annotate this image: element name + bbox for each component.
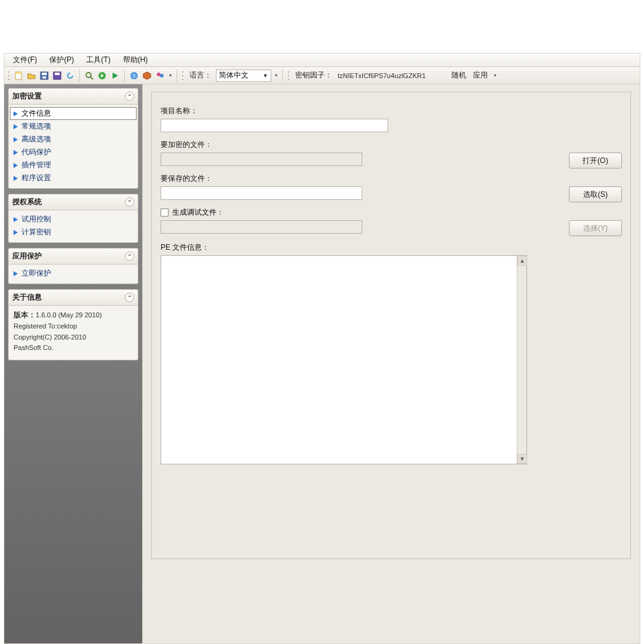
new-icon[interactable] (13, 70, 24, 81)
sidebar-item-advanced[interactable]: 高级选项 (10, 133, 137, 146)
project-name-label: 项目名称： (161, 106, 622, 116)
svg-rect-4 (42, 76, 46, 79)
toolbar-grip (181, 70, 184, 81)
encrypt-file-label: 要加密的文件： (161, 140, 622, 150)
panel-title: 关于信息 (12, 292, 42, 303)
menu-tools[interactable]: 工具(T) (80, 54, 116, 66)
sidebar-item-plugins[interactable]: 插件管理 (10, 159, 137, 172)
nav-label: 试用控制 (22, 214, 51, 225)
apply-button[interactable]: 应用 (471, 70, 490, 81)
save-icon[interactable] (39, 70, 50, 81)
registered-text: Registered To:cektop (14, 321, 133, 332)
toolbar-overflow[interactable]: ▾ (492, 70, 498, 81)
play-icon[interactable] (97, 70, 108, 81)
sidebar-item-codeprotect[interactable]: 代码保护 (10, 146, 137, 159)
open-button[interactable]: 打开(O) (569, 153, 622, 169)
scroll-up-icon[interactable]: ▲ (517, 256, 527, 266)
globe-icon[interactable] (129, 70, 140, 81)
triangle-icon (14, 230, 18, 235)
toolbar-overflow[interactable]: ▾ (273, 70, 279, 81)
triangle-icon (14, 137, 18, 142)
version-value: 1.6.0.0 (May 29 2010) (36, 311, 102, 319)
nav-label: 代码保护 (22, 147, 51, 157)
svg-line-8 (90, 77, 93, 79)
users-icon[interactable] (154, 70, 165, 81)
gen-debug-label: 生成调试文件： (172, 207, 224, 218)
copyright-text: PashSoft Co. (14, 343, 133, 354)
debug-file-input (161, 220, 362, 234)
sidebar-item-computekey[interactable]: 计算密钥 (10, 226, 137, 239)
panel-about: 关于信息 ⌃ 版本：1.6.0.0 (May 29 2010) Register… (8, 289, 138, 360)
save-file-input[interactable] (161, 186, 362, 200)
collapse-icon[interactable]: ⌃ (125, 252, 134, 261)
toolbar-grip (7, 70, 10, 81)
language-label: 语言： (187, 70, 214, 81)
panel-title: 应用保护 (12, 251, 42, 261)
toolbar: ▾ 语言： 简体中文 ▼ ▾ 密钥因子： 随机 应用 ▾ (4, 67, 640, 84)
sidebar-item-general[interactable]: 常规选项 (10, 120, 137, 133)
sidebar-item-protectnow[interactable]: 立即保护 (10, 267, 137, 280)
panel-title: 授权系统 (12, 197, 42, 207)
gen-debug-checkbox[interactable] (161, 209, 169, 217)
open-icon[interactable] (26, 70, 37, 81)
toolbar-separator (177, 70, 177, 82)
encrypt-file-input[interactable] (161, 153, 362, 166)
sidebar-item-fileinfo[interactable]: 文件信息 (10, 107, 137, 120)
triangle-icon (14, 124, 18, 129)
triangle-icon (14, 217, 18, 222)
nav-label: 立即保护 (22, 268, 51, 279)
sidebar-item-trial[interactable]: 试用控制 (10, 213, 137, 226)
about-body: 版本：1.6.0.0 (May 29 2010) Registered To:c… (9, 306, 138, 360)
collapse-icon[interactable]: ⌃ (125, 92, 134, 101)
language-select[interactable]: 简体中文 ▼ (216, 70, 271, 82)
pe-info-textarea[interactable]: ▲ ▼ (161, 255, 527, 464)
chevron-down-icon: ▼ (263, 73, 268, 79)
cube-icon[interactable] (141, 70, 153, 81)
run-icon[interactable] (109, 70, 121, 81)
nav-label: 文件信息 (22, 108, 51, 119)
panel-head-encrypt[interactable]: 加密设置 ⌃ (9, 89, 138, 105)
panel-head-appprotect[interactable]: 应用保护 ⌃ (9, 248, 138, 264)
panel-license: 授权系统 ⌃ 试用控制 计算密钥 (8, 194, 138, 243)
nav-label: 计算密钥 (22, 227, 51, 237)
menu-protect[interactable]: 保护(P) (43, 54, 80, 66)
toolbar-overflow[interactable]: ▾ (167, 70, 173, 81)
collapse-icon[interactable]: ⌃ (125, 293, 134, 302)
menubar: 文件(F) 保护(P) 工具(T) 帮助(H) (4, 54, 640, 67)
collapse-icon[interactable]: ⌃ (125, 197, 134, 207)
panel-head-about[interactable]: 关于信息 ⌃ (9, 290, 138, 306)
scroll-down-icon[interactable]: ▼ (517, 454, 527, 464)
svg-point-12 (160, 74, 164, 78)
copyright-text: Copyright(C) 2006-2010 (14, 332, 133, 343)
triangle-icon (14, 111, 18, 116)
triangle-icon (14, 150, 18, 155)
panel-encrypt: 加密设置 ⌃ 文件信息 常规选项 高级选项 代码保护 插件管理 程序设置 (8, 88, 138, 189)
pe-info-label: PE 文件信息： (161, 242, 622, 253)
toolbar-grip (287, 70, 290, 81)
svg-rect-6 (55, 73, 60, 75)
saveas-icon[interactable] (52, 70, 63, 81)
svg-rect-1 (15, 72, 22, 74)
choose-button: 选择(Y) (569, 220, 622, 236)
panel-title: 加密设置 (12, 91, 42, 101)
svg-point-7 (86, 73, 91, 78)
toolbar-separator (79, 70, 80, 82)
keyfactor-input[interactable] (336, 70, 447, 81)
language-value: 简体中文 (219, 70, 248, 81)
menu-help[interactable]: 帮助(H) (117, 54, 154, 66)
body: 加密设置 ⌃ 文件信息 常规选项 高级选项 代码保护 插件管理 程序设置 授权系… (4, 84, 640, 643)
sidebar: 加密设置 ⌃ 文件信息 常规选项 高级选项 代码保护 插件管理 程序设置 授权系… (4, 84, 143, 643)
random-button[interactable]: 随机 (449, 70, 469, 81)
version-label: 版本： (14, 311, 36, 319)
sidebar-item-appsettings[interactable]: 程序设置 (10, 172, 137, 185)
menu-file[interactable]: 文件(F) (7, 54, 43, 66)
toolbar-separator (282, 70, 283, 82)
project-name-input[interactable] (161, 119, 388, 132)
refresh-icon[interactable] (65, 70, 76, 81)
panel-head-license[interactable]: 授权系统 ⌃ (9, 194, 138, 210)
panel-appprotect: 应用保护 ⌃ 立即保护 (8, 248, 138, 284)
select-button[interactable]: 选取(S) (569, 186, 622, 202)
scrollbar[interactable]: ▲ ▼ (517, 256, 527, 464)
svg-rect-3 (42, 73, 47, 75)
search-icon[interactable] (84, 70, 95, 81)
